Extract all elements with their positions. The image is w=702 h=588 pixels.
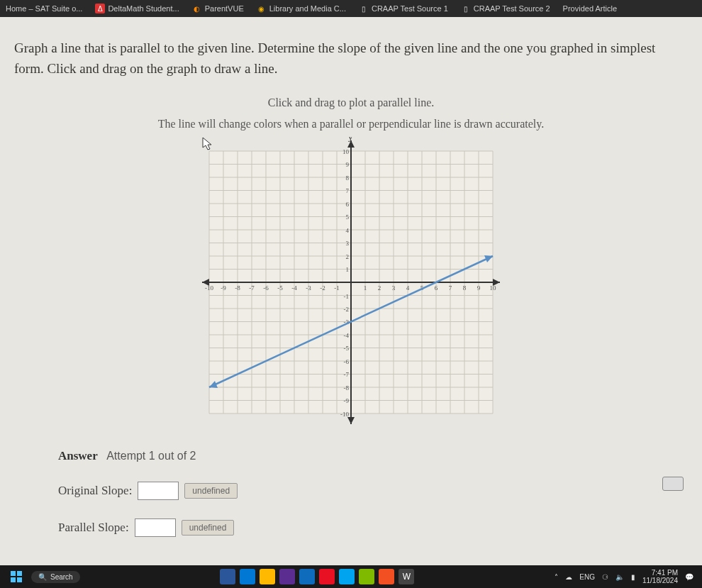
bookmark-label: Home – SAT Suite o... — [6, 4, 82, 13]
svg-text:-8: -8 — [344, 384, 350, 392]
bookmark-label: DeltaMath Student... — [108, 4, 179, 13]
taskbar-clock[interactable]: 7:41 PM 11/18/2024 — [642, 569, 678, 584]
svg-text:-1: -1 — [344, 293, 350, 300]
answer-section: Answer Attempt 1 out of 2 Original Slope… — [58, 449, 688, 537]
parallel-slope-label: Parallel Slope: — [58, 521, 129, 535]
svg-text:1: 1 — [364, 284, 367, 292]
tb-app-10[interactable]: W — [399, 569, 414, 584]
svg-text:8: 8 — [463, 284, 467, 292]
svg-text:9: 9 — [477, 284, 481, 292]
tb-app-5[interactable] — [299, 569, 315, 584]
svg-text:-2: -2 — [344, 306, 350, 313]
svg-text:-3: -3 — [306, 284, 311, 292]
deltamath-icon: Δ — [95, 4, 105, 13]
start-button[interactable] — [9, 569, 24, 584]
bookmark-label: ParentVUE — [205, 4, 244, 13]
tb-app-8[interactable] — [359, 569, 374, 584]
content-area: Graph a line that is parallel to the giv… — [0, 17, 702, 565]
parentvue-icon: ◐ — [192, 4, 202, 13]
svg-text:6: 6 — [346, 201, 350, 208]
hint-line-2: The line will change colors when a paral… — [14, 116, 688, 133]
tray-wifi-icon[interactable]: ⚆ — [602, 573, 608, 581]
svg-text:3: 3 — [392, 284, 396, 292]
svg-text:6: 6 — [435, 284, 438, 292]
keyboard-icon[interactable] — [662, 477, 684, 491]
tb-app-3[interactable] — [260, 569, 275, 584]
graph-container: x y -10-9-8-7-6-5-4-3-2-1 12345678910 10… — [14, 137, 688, 428]
svg-text:4: 4 — [406, 284, 410, 292]
tb-app-4[interactable] — [279, 569, 295, 584]
bookmark-deltamath[interactable]: Δ DeltaMath Student... — [95, 4, 179, 13]
tray-chevron-icon[interactable]: ˄ — [555, 573, 558, 581]
svg-text:7: 7 — [449, 284, 452, 292]
attempt-text: Attempt 1 out of 2 — [106, 450, 196, 462]
svg-text:10: 10 — [490, 284, 497, 292]
svg-rect-90 — [17, 571, 22, 576]
bookmark-craap2[interactable]: ▯ CRAAP Test Source 2 — [461, 4, 550, 13]
notification-icon[interactable]: 💬 — [685, 573, 693, 581]
original-slope-label: Original Slope: — [58, 484, 132, 498]
doc-icon: ▯ — [359, 4, 369, 13]
svg-marker-46 — [347, 417, 355, 424]
tb-app-2[interactable] — [240, 569, 255, 584]
tb-app-9[interactable] — [379, 569, 394, 584]
y-axis-label: y — [348, 137, 353, 142]
original-undefined-button[interactable]: undefined — [184, 483, 238, 499]
svg-text:-10: -10 — [205, 284, 213, 292]
bookmark-label: Library and Media C... — [269, 4, 346, 13]
svg-rect-89 — [11, 571, 16, 576]
bookmark-craap1[interactable]: ▯ CRAAP Test Source 1 — [359, 4, 448, 13]
svg-text:3: 3 — [346, 240, 350, 247]
svg-text:-4: -4 — [344, 332, 350, 339]
original-slope-row: Original Slope: undefined — [58, 482, 688, 500]
svg-text:-5: -5 — [277, 284, 283, 292]
svg-text:-1: -1 — [334, 284, 340, 292]
question-text: Graph a line that is parallel to the giv… — [14, 38, 688, 79]
tb-app-6[interactable] — [319, 569, 335, 584]
bookmark-parentvue[interactable]: ◐ ParentVUE — [192, 4, 244, 13]
tb-app-7[interactable] — [339, 569, 355, 584]
svg-text:-9: -9 — [344, 397, 350, 404]
svg-text:-7: -7 — [249, 284, 255, 292]
tb-app-1[interactable] — [220, 569, 235, 584]
parallel-slope-row: Parallel Slope: undefined — [58, 518, 688, 537]
bookmark-label: Provided Article — [563, 4, 617, 13]
svg-text:-10: -10 — [340, 411, 349, 418]
bookmark-home[interactable]: Home – SAT Suite o... — [6, 4, 82, 13]
svg-text:7: 7 — [346, 187, 350, 194]
bookmark-label: CRAAP Test Source 2 — [474, 4, 550, 13]
library-icon: ◉ — [257, 4, 267, 13]
coordinate-graph[interactable]: x y -10-9-8-7-6-5-4-3-2-1 12345678910 10… — [202, 137, 500, 428]
parallel-undefined-button[interactable]: undefined — [182, 520, 235, 536]
svg-text:-4: -4 — [291, 284, 297, 292]
svg-text:-2: -2 — [320, 284, 325, 292]
svg-rect-92 — [17, 577, 22, 582]
lang-indicator[interactable]: ENG — [579, 573, 595, 581]
bookmark-article[interactable]: Provided Article — [563, 4, 617, 13]
bookmark-library[interactable]: ◉ Library and Media C... — [257, 4, 346, 13]
svg-text:2: 2 — [378, 284, 381, 292]
taskbar-time: 7:41 PM — [642, 569, 678, 577]
search-text: Search — [50, 573, 73, 581]
taskbar: 🔍 Search W ˄ ☁ ENG ⚆ 🔈 ▮ 7:41 PM 11/18/2… — [0, 565, 702, 588]
taskbar-search[interactable]: 🔍 Search — [31, 571, 80, 583]
answer-label: Answer — [58, 449, 98, 462]
svg-text:-5: -5 — [344, 345, 350, 352]
svg-text:-6: -6 — [263, 284, 269, 292]
svg-text:10: 10 — [342, 148, 350, 155]
tray-cloud-icon[interactable]: ☁ — [565, 573, 572, 581]
svg-text:-7: -7 — [344, 371, 350, 378]
svg-text:4: 4 — [346, 227, 350, 234]
original-slope-input[interactable] — [138, 482, 179, 500]
svg-rect-91 — [11, 577, 16, 582]
tray-battery-icon[interactable]: ▮ — [631, 573, 635, 581]
svg-text:8: 8 — [346, 174, 350, 182]
answer-header: Answer Attempt 1 out of 2 — [58, 449, 688, 463]
tray-volume-icon[interactable]: 🔈 — [615, 573, 624, 581]
hint-line-1: Click and drag to plot a parallel line. — [14, 94, 688, 111]
svg-text:-6: -6 — [344, 358, 350, 365]
svg-text:-9: -9 — [221, 284, 226, 292]
taskbar-date: 11/18/2024 — [642, 577, 678, 584]
cursor-icon — [202, 137, 213, 151]
parallel-slope-input[interactable] — [135, 518, 176, 537]
